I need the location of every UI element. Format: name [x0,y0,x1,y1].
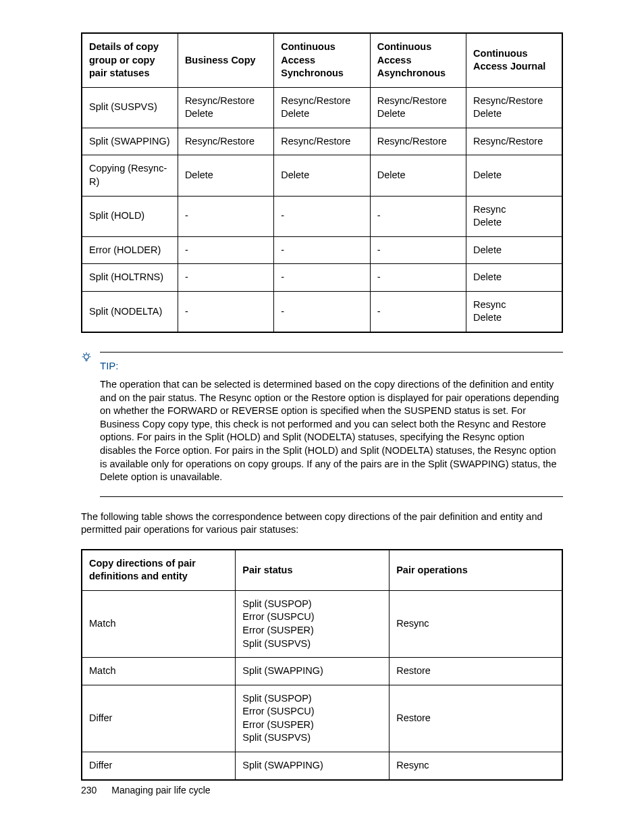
table-cell: Split (HOLD) [82,196,178,236]
table-cell: Delete [274,155,370,196]
cell-line: - [281,305,363,319]
cell-line: Split (SUSPVS) [242,637,382,651]
table-cell: - [274,196,370,236]
cell-line: Split (SWAPPING) [89,135,171,149]
tip-body-text: The operation that can be selected is de… [100,378,563,484]
table-cell: Resync/RestoreDelete [178,87,273,128]
table-cell: Differ [82,685,236,752]
table1-header-1: Business Copy [178,33,273,87]
cell-line: Delete [473,216,555,230]
cell-line: Resync/Restore [281,135,363,149]
cell-line: Delete [473,271,555,284]
cell-line: Split (NODELTA) [89,305,171,319]
table-row: Error (HOLDER)---Delete [82,236,562,264]
table-cell: Resync [390,752,562,779]
table-cell: Delete [466,155,562,196]
page-footer: 230 Managing pair life cycle [81,784,211,797]
table-cell: Resync/RestoreDelete [466,87,562,128]
table-row: Split (SWAPPING)Resync/RestoreResync/Res… [82,128,562,155]
table-cell: Restore [390,658,562,685]
table1-header-2: Continuous Access Synchronous [274,33,370,87]
table1-header-4: Continuous Access Journal [466,33,562,87]
cell-line: Resync/Restore [377,135,459,149]
table-cell: - [178,291,273,332]
table1-header-0: Details of copy group or copy pair statu… [82,33,178,87]
table-cell: Delete [178,155,273,196]
table-cell: Resync/Restore [370,128,466,155]
table-row: MatchSplit (SUSPOP)Error (SUSPCU)Error (… [82,590,562,657]
table-cell: Resync/RestoreDelete [370,87,466,128]
cell-line: Split (SUSPVS) [242,731,382,745]
cell-line: - [185,271,267,284]
table-cell: Split (SWAPPING) [82,128,178,155]
svg-point-0 [84,355,89,359]
tip-rule-bottom [100,496,563,497]
cell-line: Error (SUSPER) [242,719,382,732]
table-cell: - [178,236,273,264]
footer-title: Managing pair life cycle [111,785,210,796]
table-cell: - [370,236,466,264]
table-cell: Resync [390,590,562,657]
table-row: Split (HOLD)---ResyncDelete [82,196,562,236]
cell-line: Resync/Restore [281,95,363,108]
cell-line: Split (SWAPPING) [242,664,382,678]
table-cell: Resync/Restore [274,128,370,155]
table-cell: ResyncDelete [466,291,562,332]
cell-line: - [377,244,459,257]
table-copy-group-statuses: Details of copy group or copy pair statu… [81,32,563,333]
table-row: MatchSplit (SWAPPING)Restore [82,658,562,685]
table-cell: Delete [370,155,466,196]
cell-line: Split (SWAPPING) [242,759,382,773]
cell-line: Delete [185,169,267,182]
table-cell: - [274,236,370,264]
table-cell: Split (SUSPOP)Error (SUSPCU)Error (SUSPE… [236,590,390,657]
table-row: Split (HOLTRNS)---Delete [82,264,562,292]
table-row: DifferSplit (SWAPPING)Resync [82,752,562,779]
table-row: Split (NODELTA)---ResyncDelete [82,291,562,332]
cell-line: Split (HOLTRNS) [89,271,171,284]
cell-line: - [281,271,363,284]
table-cell: ResyncDelete [466,196,562,236]
table-row: Copying (Resync-R)DeleteDeleteDeleteDele… [82,155,562,196]
cell-line: - [377,271,459,284]
cell-line: Resync/Restore [473,95,555,108]
table-cell: Match [82,658,236,685]
cell-line: Delete [473,169,555,182]
table-cell: - [274,291,370,332]
cell-line: - [185,244,267,257]
table-cell: Split (NODELTA) [82,291,178,332]
table-cell: Split (SUSPOP)Error (SUSPCU)Error (SUSPE… [236,685,390,752]
cell-line: - [377,209,459,223]
table-row: Split (SUSPVS)Resync/RestoreDeleteResync… [82,87,562,128]
tip-lightbulb-icon [81,352,92,363]
tip-rule-top [100,352,563,353]
cell-line: Resync/Restore [185,95,267,108]
cell-line: - [185,209,267,223]
table-cell: Match [82,590,236,657]
table-cell: - [178,196,273,236]
cell-line: Resync/Restore [473,135,555,149]
cell-line: Split (SUSPVS) [89,101,171,114]
table-cell: - [178,264,273,292]
page-number: 230 [81,785,97,796]
cell-line: Delete [281,169,363,182]
table-cell: Split (SWAPPING) [236,752,390,779]
cell-line: Split (HOLD) [89,209,171,223]
svg-line-4 [84,354,84,355]
cell-line: - [281,209,363,223]
table-cell: Restore [390,685,562,752]
cell-line: Copying (Resync-R) [89,162,171,188]
cell-line: - [377,305,459,319]
cell-line: Split (SUSPOP) [242,598,382,611]
cell-line: Resync [473,203,555,217]
table-cell: Copying (Resync-R) [82,155,178,196]
table2-header-2: Pair operations [390,550,562,591]
table-cell: - [370,196,466,236]
table-cell: Delete [466,264,562,292]
table2-header-1: Pair status [236,550,390,591]
cell-line: Error (HOLDER) [89,244,171,257]
table2-header-0: Copy directions of pair definitions and … [82,550,236,591]
cell-line: Error (SUSPER) [242,624,382,637]
document-page: Details of copy group or copy pair statu… [0,0,644,834]
cell-line: Delete [473,107,555,121]
